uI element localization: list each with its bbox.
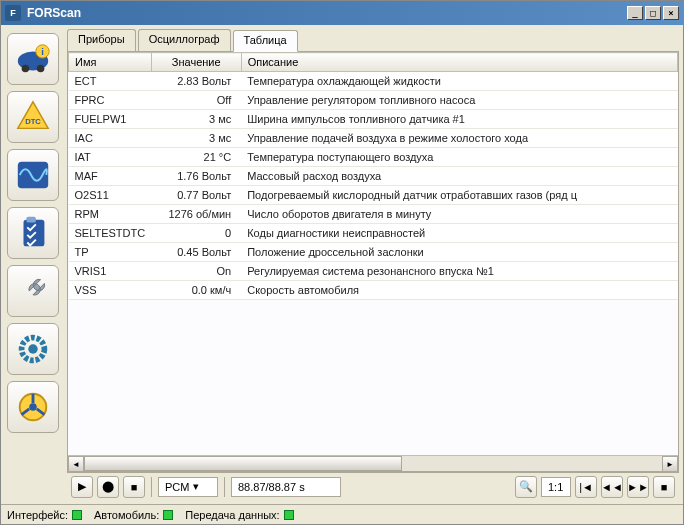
skip-start-button[interactable]: |◄	[575, 476, 597, 498]
sidebar-service[interactable]	[7, 265, 59, 317]
cell-desc: Температура охлаждающей жидкости	[241, 72, 677, 91]
time-field: 88.87/88.87 s	[231, 477, 341, 497]
svg-point-10	[28, 344, 38, 354]
horizontal-scrollbar[interactable]: ◄ ►	[68, 455, 678, 471]
col-value[interactable]: Значение	[151, 53, 241, 72]
tab-table[interactable]: Таблица	[233, 30, 298, 52]
cell-value: 3 мс	[151, 129, 241, 148]
cell-value: 2.83 Вольт	[151, 72, 241, 91]
maximize-button[interactable]: □	[645, 6, 661, 20]
col-desc[interactable]: Описание	[241, 53, 677, 72]
minimize-button[interactable]: _	[627, 6, 643, 20]
svg-point-2	[37, 65, 45, 73]
sidebar-vehicle-info[interactable]: i	[7, 33, 59, 85]
statusbar: Интерфейс: Автомобиль: Передача данных:	[1, 504, 683, 524]
table-row[interactable]: FPRCOffУправление регулятором топливного…	[69, 91, 678, 110]
svg-point-1	[22, 65, 30, 73]
cell-desc: Положение дроссельной заслонки	[241, 243, 677, 262]
sidebar-steering[interactable]	[7, 381, 59, 433]
cell-name: IAC	[69, 129, 152, 148]
cell-name: SELTESTDTC	[69, 224, 152, 243]
cell-desc: Ширина импульсов топливного датчика #1	[241, 110, 677, 129]
cell-value: 21 °C	[151, 148, 241, 167]
window-title: FORScan	[27, 6, 627, 20]
data-table: Имя Значение Описание ECT2.83 ВольтТемпе…	[68, 52, 678, 455]
sidebar-oscilloscope[interactable]	[7, 149, 59, 201]
cell-value: 1276 об/мин	[151, 205, 241, 224]
cell-desc: Подогреваемый кислородный датчик отработ…	[241, 186, 677, 205]
cell-desc: Число оборотов двигателя в минуту	[241, 205, 677, 224]
table-row[interactable]: TP0.45 ВольтПоложение дроссельной заслон…	[69, 243, 678, 262]
cell-name: IAT	[69, 148, 152, 167]
cell-desc: Массовый расход воздуха	[241, 167, 677, 186]
sidebar-tests[interactable]	[7, 207, 59, 259]
cell-value: 0.0 км/ч	[151, 281, 241, 300]
cell-name: FUELPW1	[69, 110, 152, 129]
sidebar-settings[interactable]	[7, 323, 59, 375]
cell-name: O2S11	[69, 186, 152, 205]
car-led-icon	[163, 510, 173, 520]
tab-oscilloscope[interactable]: Осциллограф	[138, 29, 231, 51]
interface-led-icon	[72, 510, 82, 520]
svg-text:i: i	[41, 46, 44, 57]
skip-end-button[interactable]: ■	[653, 476, 675, 498]
table-row[interactable]: SELTESTDTC0Коды диагностики неисправност…	[69, 224, 678, 243]
close-button[interactable]: ×	[663, 6, 679, 20]
status-interface-label: Интерфейс:	[7, 509, 68, 521]
toolbar: ▶ ⬤ ■ PCM ▾ 88.87/88.87 s 🔍 1:1 |◄ ◄◄ ►►…	[67, 472, 679, 500]
cell-value: 1.76 Вольт	[151, 167, 241, 186]
cell-desc: Коды диагностики неисправностей	[241, 224, 677, 243]
cell-desc: Регулируемая система резонансного впуска…	[241, 262, 677, 281]
table-row[interactable]: VSS0.0 км/чСкорость автомобиля	[69, 281, 678, 300]
stop-button[interactable]: ■	[123, 476, 145, 498]
cell-name: TP	[69, 243, 152, 262]
prev-button[interactable]: ◄◄	[601, 476, 623, 498]
cell-name: VSS	[69, 281, 152, 300]
scroll-thumb[interactable]	[84, 456, 402, 471]
cell-desc: Скорость автомобиля	[241, 281, 677, 300]
table-row[interactable]: IAT21 °CТемпература поступающего воздуха	[69, 148, 678, 167]
col-name[interactable]: Имя	[69, 53, 152, 72]
titlebar: F FORScan _ □ ×	[1, 1, 683, 25]
svg-rect-6	[18, 162, 48, 189]
status-data-label: Передача данных:	[185, 509, 279, 521]
cell-name: RPM	[69, 205, 152, 224]
svg-text:DTC: DTC	[25, 117, 41, 126]
cell-value: Off	[151, 91, 241, 110]
zoom-level: 1:1	[541, 477, 571, 497]
sidebar-dtc[interactable]: DTC	[7, 91, 59, 143]
cell-name: FPRC	[69, 91, 152, 110]
cell-value: 3 мс	[151, 110, 241, 129]
table-row[interactable]: ECT2.83 ВольтТемпература охлаждающей жид…	[69, 72, 678, 91]
cell-value: 0.45 Вольт	[151, 243, 241, 262]
cell-name: VRIS1	[69, 262, 152, 281]
scroll-right-button[interactable]: ►	[662, 456, 678, 472]
next-button[interactable]: ►►	[627, 476, 649, 498]
cell-value: On	[151, 262, 241, 281]
svg-point-12	[29, 403, 37, 411]
table-row[interactable]: RPM1276 об/минЧисло оборотов двигателя в…	[69, 205, 678, 224]
table-row[interactable]: O2S110.77 ВольтПодогреваемый кислородный…	[69, 186, 678, 205]
app-icon: F	[5, 5, 21, 21]
table-row[interactable]: MAF1.76 ВольтМассовый расход воздуха	[69, 167, 678, 186]
status-car-label: Автомобиль:	[94, 509, 159, 521]
cell-value: 0.77 Вольт	[151, 186, 241, 205]
cell-value: 0	[151, 224, 241, 243]
scroll-left-button[interactable]: ◄	[68, 456, 84, 472]
zoom-tool-button[interactable]: 🔍	[515, 476, 537, 498]
play-button[interactable]: ▶	[71, 476, 93, 498]
table-row[interactable]: VRIS1OnРегулируемая система резонансного…	[69, 262, 678, 281]
table-row[interactable]: IAC3 мсУправление подачей воздуха в режи…	[69, 129, 678, 148]
module-field[interactable]: PCM ▾	[158, 477, 218, 497]
sidebar: i DTC	[5, 29, 63, 500]
table-row[interactable]: FUELPW13 мсШирина импульсов топливного д…	[69, 110, 678, 129]
data-led-icon	[284, 510, 294, 520]
tab-bar: Приборы Осциллограф Таблица	[67, 29, 679, 51]
cell-name: ECT	[69, 72, 152, 91]
cell-desc: Температура поступающего воздуха	[241, 148, 677, 167]
cell-desc: Управление подачей воздуха в режиме холо…	[241, 129, 677, 148]
tab-instruments[interactable]: Приборы	[67, 29, 136, 51]
record-button[interactable]: ⬤	[97, 476, 119, 498]
cell-desc: Управление регулятором топливного насоса	[241, 91, 677, 110]
cell-name: MAF	[69, 167, 152, 186]
